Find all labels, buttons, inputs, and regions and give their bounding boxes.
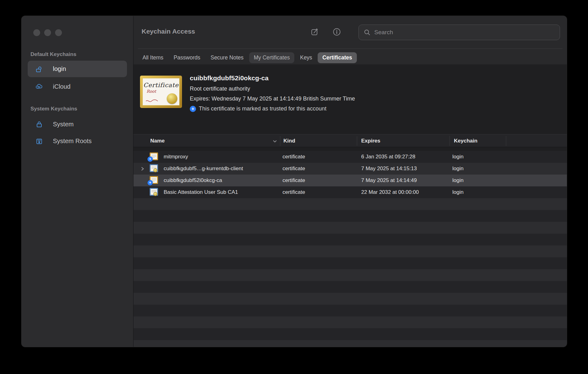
- certificate-large-icon: Certificate Root: [140, 76, 182, 108]
- column-divider[interactable]: [450, 136, 450, 146]
- red-flourish: [145, 99, 158, 103]
- main-pane: Keychain Access All Items Passw: [133, 16, 567, 347]
- locked-padlock-icon: [35, 120, 43, 128]
- tab-bar: All Items Passwords Secure Notes My Cert…: [138, 52, 357, 63]
- table-row[interactable]: cuibbfkgdubf5…g-kurrentdb-client certifi…: [133, 163, 567, 175]
- row-kind: certificate: [282, 163, 305, 175]
- column-header-keychain[interactable]: Keychain: [454, 134, 478, 147]
- row-keychain: login: [452, 151, 464, 163]
- column-divider[interactable]: [506, 136, 506, 146]
- lock-box-icon: [35, 137, 43, 145]
- compose-icon[interactable]: [310, 28, 319, 36]
- tab-all-items[interactable]: All Items: [138, 52, 168, 63]
- row-kind: certificate: [282, 186, 305, 198]
- page-title: Keychain Access: [142, 28, 195, 35]
- row-kind: certificate: [282, 175, 305, 186]
- sidebar-item-system-roots[interactable]: System Roots: [28, 134, 127, 148]
- sidebar-section-system-keychains: System Keychains: [30, 106, 77, 112]
- minimize-window-button[interactable]: [44, 29, 51, 36]
- row-expires: 22 Mar 2032 at 00:00:00: [361, 186, 419, 198]
- chevron-down-icon: [273, 140, 277, 143]
- sidebar-section-default-keychains: Default Keychains: [30, 51, 76, 58]
- sidebar-item-system[interactable]: System: [28, 117, 127, 131]
- certificate-expiry: Expires: Wednesday 7 May 2025 at 14:14:4…: [190, 96, 355, 102]
- row-expires: 7 May 2025 at 14:14:49: [361, 175, 417, 186]
- chevron-right-icon[interactable]: [141, 167, 144, 171]
- row-name: mitmproxy: [164, 151, 188, 163]
- sidebar-item-login[interactable]: login: [28, 61, 127, 77]
- tab-my-certificates[interactable]: My Certificates: [249, 52, 295, 63]
- column-divider[interactable]: [280, 136, 280, 146]
- close-window-button[interactable]: [33, 29, 40, 36]
- column-header-kind[interactable]: Kind: [283, 134, 295, 147]
- row-keychain: login: [452, 175, 464, 186]
- toolbar: Keychain Access All Items Passw: [133, 16, 567, 64]
- table-row-selected[interactable]: + cuibbfkgdubf52i0okcg-ca certificate 7 …: [133, 175, 567, 186]
- row-expires: 7 May 2025 at 14:15:13: [361, 163, 417, 175]
- certificate-subtitle: Root certificate authority: [190, 86, 250, 92]
- sidebar-item-icloud[interactable]: iCloud: [28, 80, 127, 93]
- keychain-access-window: Default Keychains login iCloud System Ke…: [21, 16, 567, 347]
- sidebar-item-label: login: [53, 65, 66, 72]
- empty-list-stripes: [133, 198, 567, 347]
- certificate-icon-root-label: Root: [147, 89, 179, 94]
- trust-text: This certificate is marked as trusted fo…: [199, 105, 326, 112]
- certificate-seal-icon: [150, 164, 158, 172]
- zoom-window-button[interactable]: [55, 29, 62, 36]
- unlocked-padlock-icon: [35, 65, 43, 73]
- certificate-seal-icon: [150, 188, 158, 196]
- column-header-name[interactable]: Name: [150, 134, 165, 147]
- sidebar-item-label: System Roots: [53, 138, 91, 145]
- row-name: cuibbfkgdubf52i0okcg-ca: [164, 175, 222, 186]
- certificate-root-plus-badge-icon: +: [150, 176, 158, 184]
- table-row[interactable]: Basic Attestation User Sub CA1 certifica…: [133, 186, 567, 198]
- table-header: Name Kind Expires Keychain: [133, 134, 567, 147]
- row-keychain: login: [452, 186, 464, 198]
- certificate-list: + mitmproxy certificate 6 Jan 2035 at 09…: [133, 151, 567, 347]
- tab-secure-notes[interactable]: Secure Notes: [206, 52, 248, 63]
- blue-plus-badge-icon: +: [190, 106, 196, 112]
- column-divider[interactable]: [357, 136, 357, 146]
- row-name: cuibbfkgdubf5…g-kurrentdb-client: [164, 163, 243, 175]
- row-keychain: login: [452, 163, 464, 175]
- certificate-root-plus-badge-icon: +: [150, 152, 158, 160]
- row-kind: certificate: [282, 151, 305, 163]
- search-input[interactable]: [374, 29, 549, 36]
- sidebar: Default Keychains login iCloud System Ke…: [21, 16, 133, 347]
- row-expires: 6 Jan 2035 at 09:27:28: [361, 151, 415, 163]
- certificate-icon-script: Certificate: [143, 82, 179, 88]
- tab-passwords[interactable]: Passwords: [169, 52, 205, 63]
- sidebar-item-label: iCloud: [53, 83, 71, 90]
- tab-certificates[interactable]: Certificates: [318, 52, 357, 63]
- search-icon: [364, 29, 371, 36]
- cloud-key-icon: [35, 82, 43, 91]
- gold-seal-icon: [167, 93, 177, 104]
- toolbar-divider: [138, 49, 562, 49]
- tab-keys[interactable]: Keys: [295, 52, 317, 63]
- certificate-name: cuibbfkgdubf52i0okcg-ca: [190, 74, 268, 82]
- certificate-trust-status: + This certificate is marked as trusted …: [190, 105, 326, 112]
- column-header-expires[interactable]: Expires: [361, 134, 380, 147]
- table-row[interactable]: + mitmproxy certificate 6 Jan 2035 at 09…: [133, 151, 567, 163]
- search-field[interactable]: [358, 25, 560, 40]
- sidebar-item-label: System: [53, 121, 74, 128]
- info-icon[interactable]: [333, 28, 341, 36]
- row-name: Basic Attestation User Sub CA1: [164, 186, 238, 198]
